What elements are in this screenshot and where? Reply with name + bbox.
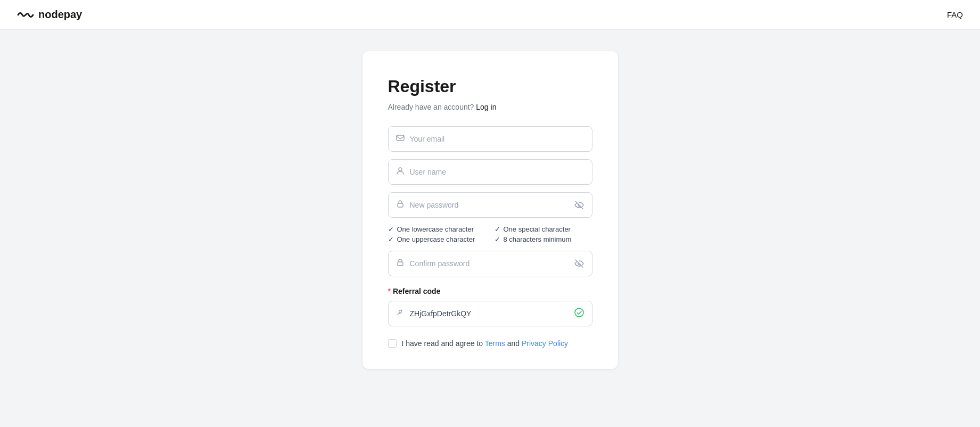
email-wrapper	[388, 126, 592, 152]
req-length: ✓ 8 characters minimum	[495, 235, 592, 243]
confirm-password-input[interactable]	[410, 251, 574, 276]
user-icon	[396, 167, 405, 177]
confirm-password-wrapper	[388, 251, 592, 276]
req-uppercase-label: One uppercase character	[397, 235, 475, 243]
referral-valid-icon	[574, 307, 584, 321]
svg-rect-2	[398, 203, 403, 207]
req-lowercase-check: ✓	[388, 225, 394, 233]
svg-point-5	[575, 308, 583, 317]
new-password-input[interactable]	[410, 193, 574, 217]
svg-rect-0	[397, 135, 404, 141]
privacy-policy-link[interactable]: Privacy Policy	[522, 339, 568, 348]
svg-rect-3	[398, 262, 403, 266]
terms-link[interactable]: Terms	[485, 339, 505, 348]
logo-container: nodepay	[17, 9, 82, 21]
req-lowercase: ✓ One lowercase character	[388, 225, 486, 233]
req-lowercase-label: One lowercase character	[397, 225, 474, 233]
new-password-group	[388, 192, 592, 218]
req-length-label: 8 characters minimum	[504, 235, 572, 243]
header: nodepay FAQ	[0, 0, 980, 30]
req-uppercase: ✓ One uppercase character	[388, 235, 486, 243]
referral-section: * Referral code	[388, 287, 592, 326]
toggle-confirm-password-button[interactable]	[574, 258, 584, 269]
referral-wrapper	[388, 301, 592, 326]
referral-label: * Referral code	[388, 287, 592, 295]
req-special: ✓ One special character	[495, 225, 592, 233]
terms-checkbox[interactable]	[388, 339, 397, 348]
toggle-new-password-button[interactable]	[574, 200, 584, 210]
referral-input[interactable]	[410, 309, 574, 318]
username-group	[388, 159, 592, 185]
login-prompt: Already have an account? Log in	[388, 103, 592, 111]
lock-icon-2	[396, 258, 405, 269]
register-card: Register Already have an account? Log in	[363, 51, 618, 369]
svg-point-1	[399, 168, 402, 171]
login-link[interactable]: Log in	[476, 103, 496, 111]
terms-text: I have read and agree to Terms and Priva…	[402, 339, 569, 348]
email-group	[388, 126, 592, 152]
main-content: Register Already have an account? Log in	[0, 30, 980, 427]
logo-text: nodepay	[38, 9, 82, 21]
email-icon	[396, 134, 405, 144]
email-input[interactable]	[410, 127, 584, 151]
req-special-check: ✓	[495, 225, 500, 233]
lock-icon	[396, 200, 405, 210]
referral-icon	[396, 308, 405, 319]
svg-point-4	[399, 310, 401, 313]
req-uppercase-check: ✓	[388, 235, 394, 243]
faq-link[interactable]: FAQ	[947, 10, 963, 19]
new-password-wrapper	[388, 192, 592, 218]
username-input[interactable]	[410, 160, 584, 184]
required-star: *	[388, 287, 391, 295]
req-special-label: One special character	[504, 225, 571, 233]
nodepay-logo-icon	[17, 9, 34, 21]
confirm-password-group	[388, 251, 592, 276]
terms-section: I have read and agree to Terms and Priva…	[388, 339, 592, 348]
req-length-check: ✓	[495, 235, 500, 243]
username-wrapper	[388, 159, 592, 185]
password-requirements: ✓ One lowercase character ✓ One special …	[388, 225, 592, 243]
page-title: Register	[388, 77, 592, 96]
